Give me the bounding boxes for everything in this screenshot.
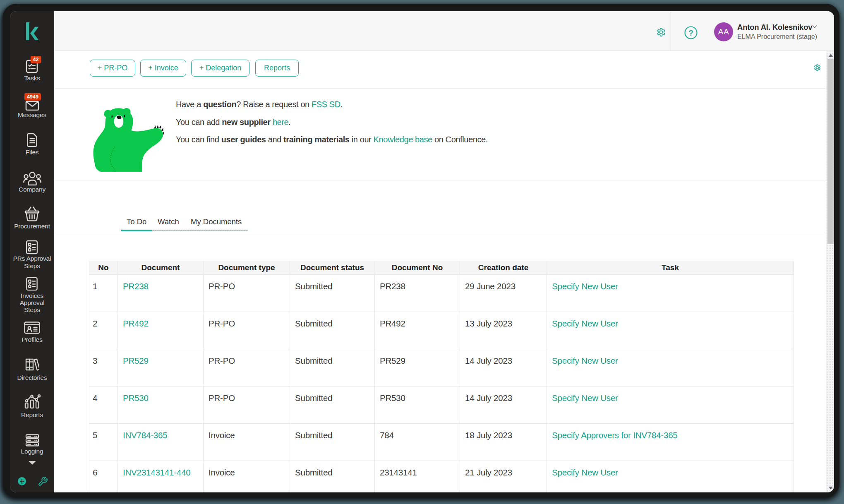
svg-text:?: ? (688, 29, 693, 37)
